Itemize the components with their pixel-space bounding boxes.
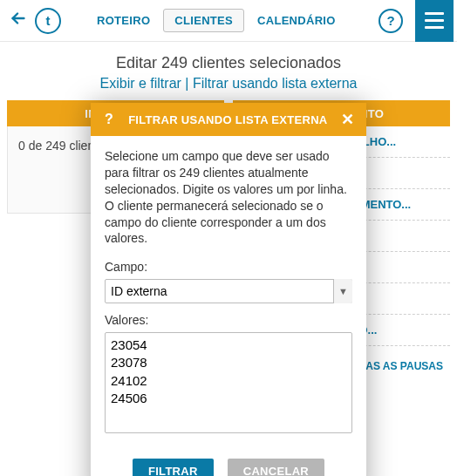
hamburger-bar-icon <box>425 12 444 15</box>
link-separator: | <box>185 76 193 91</box>
field-select-wrap: ▼ <box>105 279 352 303</box>
modal-close-button[interactable]: ✕ <box>338 110 358 129</box>
menu-button[interactable] <box>415 0 454 42</box>
tab-calendario[interactable]: CALENDÁRIO <box>246 9 347 32</box>
cancel-button[interactable]: CANCELAR <box>228 459 324 476</box>
link-filtrar-lista-externa[interactable]: Filtrar usando lista externa <box>193 76 358 91</box>
subheader-links: Exibir e filtrar | Filtrar usando lista … <box>0 76 457 92</box>
hamburger-bar-icon <box>425 26 444 29</box>
modal-body: Selecione um campo que deve ser usado pa… <box>91 136 366 445</box>
close-icon: ✕ <box>341 111 354 128</box>
tab-clientes[interactable]: CLIENTES <box>163 9 244 32</box>
modal-header: ? FILTRAR USANDO LISTA EXTERNA ✕ <box>91 103 366 136</box>
subheader: Editar 249 clientes selecionados Exibir … <box>0 42 457 100</box>
modal-description: Selecione um campo que deve ser usado pa… <box>105 148 352 247</box>
hamburger-bar-icon <box>425 19 444 22</box>
help-icon: ? <box>386 13 394 28</box>
field-label: Campo: <box>105 259 352 275</box>
page-title: Editar 249 clientes selecionados <box>0 54 457 72</box>
nav-tabs: ROTEIRO CLIENTES CALENDÁRIO <box>85 9 347 32</box>
app-logo[interactable]: t <box>35 8 61 34</box>
help-button[interactable]: ? <box>379 9 403 33</box>
link-exibir-filtrar[interactable]: Exibir e filtrar <box>100 76 181 91</box>
tab-roteiro[interactable]: ROTEIRO <box>85 9 161 32</box>
values-textarea[interactable] <box>105 332 352 433</box>
field-select[interactable] <box>105 279 352 303</box>
modal-title: FILTRAR USANDO LISTA EXTERNA <box>119 113 338 126</box>
logo-letter: t <box>46 13 51 28</box>
values-label: Valores: <box>105 312 352 329</box>
filter-button[interactable]: FILTRAR <box>133 459 214 476</box>
topbar: t ROTEIRO CLIENTES CALENDÁRIO ? <box>0 0 457 42</box>
back-arrow-icon[interactable] <box>7 9 30 33</box>
modal-help-icon: ? <box>99 110 119 129</box>
modal-actions: FILTRAR CANCELAR <box>91 445 366 476</box>
modal-filtrar-lista-externa: ? FILTRAR USANDO LISTA EXTERNA ✕ Selecio… <box>91 103 366 476</box>
